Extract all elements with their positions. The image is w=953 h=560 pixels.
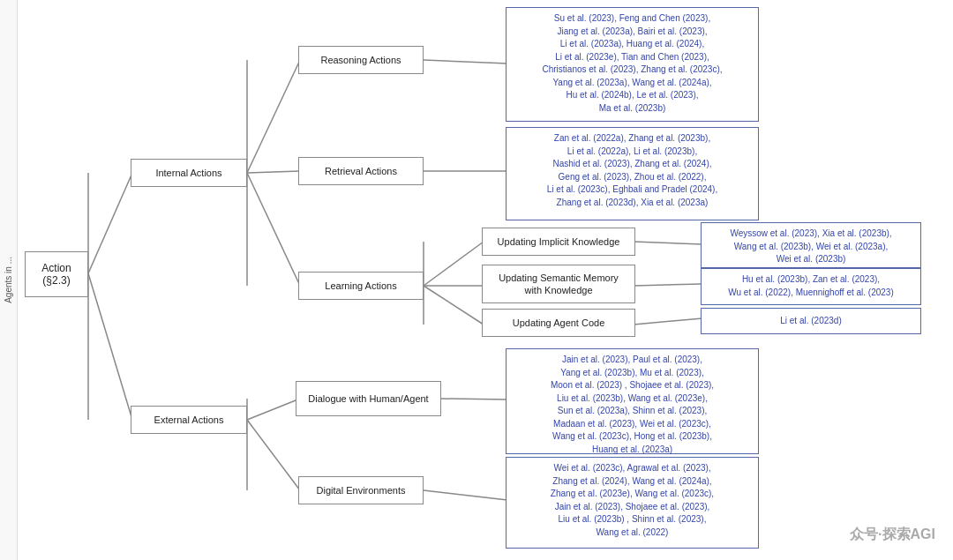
svg-line-15 xyxy=(634,318,702,325)
svg-line-19 xyxy=(441,399,507,399)
dialogue-node: Dialogue with Human/Agent xyxy=(296,381,441,416)
svg-line-5 xyxy=(247,173,300,286)
svg-line-1 xyxy=(88,273,132,420)
reasoning-refs-box: Su et al. (2023), Feng and Chen (2023), … xyxy=(506,7,759,122)
semantic-refs-box: Hu et al. (2023b), Zan et al. (2023), Wu… xyxy=(701,268,921,305)
watermark: 众号·探索AGI xyxy=(850,526,935,544)
dialogue-refs-box: Jain et al. (2023), Paul et al. (2023), … xyxy=(506,348,759,454)
svg-line-3 xyxy=(247,60,300,173)
svg-line-9 xyxy=(424,242,484,286)
svg-line-0 xyxy=(88,173,132,273)
svg-line-11 xyxy=(424,286,484,325)
internal-actions-node: Internal Actions xyxy=(131,159,247,187)
left-sidebar-label: Agents in ... xyxy=(0,0,18,560)
reasoning-actions-node: Reasoning Actions xyxy=(298,46,424,74)
retrieval-refs-box: Zan et al. (2022a), Zhang et al. (2023b)… xyxy=(506,127,759,220)
implicit-refs-box: Weyssow et al. (2023), Xia et al. (2023b… xyxy=(701,222,921,268)
digital-refs-box: Wei et al. (2023c), Agrawal et al. (2023… xyxy=(506,457,759,549)
retrieval-actions-node: Retrieval Actions xyxy=(298,157,424,185)
svg-line-14 xyxy=(634,284,702,286)
svg-line-20 xyxy=(424,490,507,500)
svg-line-16 xyxy=(247,399,300,420)
updating-agent-code-node: Updating Agent Code xyxy=(482,309,635,337)
updating-semantic-node: Updating Semantic Memory with Knowledge xyxy=(482,265,635,303)
svg-line-13 xyxy=(634,242,702,244)
svg-line-17 xyxy=(247,420,300,490)
action-node: Action (§2.3) xyxy=(25,251,88,297)
diagram-container: Action (§2.3) Internal Actions External … xyxy=(0,0,953,560)
digital-env-node: Digital Environments xyxy=(298,476,424,504)
learning-actions-node: Learning Actions xyxy=(298,272,424,300)
svg-line-4 xyxy=(247,171,300,173)
updating-implicit-node: Updating Implicit Knowledge xyxy=(482,228,635,256)
svg-line-7 xyxy=(424,60,507,63)
code-refs-box: Li et al. (2023d) xyxy=(701,308,921,334)
external-actions-node: External Actions xyxy=(131,406,247,434)
